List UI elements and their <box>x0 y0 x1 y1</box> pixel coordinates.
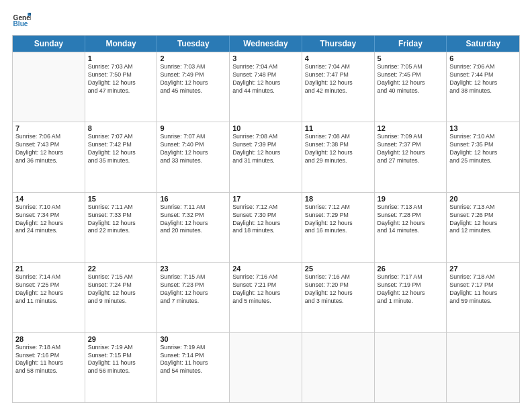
weekday-header-wednesday: Wednesday <box>230 36 302 52</box>
day-info: Sunrise: 7:08 AM Sunset: 7:38 PM Dayligh… <box>305 133 371 165</box>
day-number: 29 <box>88 335 154 343</box>
day-number: 6 <box>449 54 517 62</box>
calendar-day-20: 20Sunrise: 7:13 AM Sunset: 7:26 PM Dayli… <box>447 193 519 262</box>
day-info: Sunrise: 7:17 AM Sunset: 7:19 PM Dayligh… <box>378 273 444 306</box>
day-info: Sunrise: 7:07 AM Sunset: 7:40 PM Dayligh… <box>160 133 226 165</box>
calendar-day-3: 3Sunrise: 7:04 AM Sunset: 7:48 PM Daylig… <box>230 52 302 122</box>
weekday-header-friday: Friday <box>375 36 447 52</box>
day-number: 22 <box>88 265 154 273</box>
calendar-row-4: 21Sunrise: 7:14 AM Sunset: 7:25 PM Dayli… <box>13 262 519 332</box>
calendar-day-17: 17Sunrise: 7:12 AM Sunset: 7:30 PM Dayli… <box>230 193 302 262</box>
day-number: 27 <box>449 265 517 273</box>
calendar-day-4: 4Sunrise: 7:04 AM Sunset: 7:47 PM Daylig… <box>302 52 375 122</box>
day-info: Sunrise: 7:05 AM Sunset: 7:45 PM Dayligh… <box>378 63 444 95</box>
calendar-day-23: 23Sunrise: 7:15 AM Sunset: 7:23 PM Dayli… <box>157 263 230 332</box>
calendar-day-25: 25Sunrise: 7:16 AM Sunset: 7:20 PM Dayli… <box>302 263 375 332</box>
calendar-day-5: 5Sunrise: 7:05 AM Sunset: 7:45 PM Daylig… <box>375 52 447 122</box>
day-info: Sunrise: 7:15 AM Sunset: 7:23 PM Dayligh… <box>160 273 226 306</box>
calendar-day-19: 19Sunrise: 7:13 AM Sunset: 7:28 PM Dayli… <box>375 193 447 262</box>
day-info: Sunrise: 7:15 AM Sunset: 7:24 PM Dayligh… <box>88 273 154 306</box>
calendar-body: 1Sunrise: 7:03 AM Sunset: 7:50 PM Daylig… <box>13 52 519 402</box>
page-header: General Blue <box>12 11 520 30</box>
weekday-header-saturday: Saturday <box>447 36 519 52</box>
day-number: 11 <box>305 124 371 132</box>
calendar-row-2: 7Sunrise: 7:06 AM Sunset: 7:43 PM Daylig… <box>13 122 519 191</box>
day-info: Sunrise: 7:06 AM Sunset: 7:44 PM Dayligh… <box>449 63 517 95</box>
day-number: 15 <box>88 195 154 203</box>
day-number: 5 <box>378 54 444 62</box>
day-number: 24 <box>232 265 299 273</box>
day-info: Sunrise: 7:13 AM Sunset: 7:28 PM Dayligh… <box>378 203 444 236</box>
calendar-day-2: 2Sunrise: 7:03 AM Sunset: 7:49 PM Daylig… <box>157 52 230 122</box>
day-info: Sunrise: 7:16 AM Sunset: 7:20 PM Dayligh… <box>305 273 371 306</box>
day-info: Sunrise: 7:06 AM Sunset: 7:43 PM Dayligh… <box>15 133 82 165</box>
calendar-empty-cell <box>302 333 375 402</box>
day-number: 17 <box>232 195 299 203</box>
calendar-day-11: 11Sunrise: 7:08 AM Sunset: 7:38 PM Dayli… <box>302 122 375 191</box>
day-info: Sunrise: 7:19 AM Sunset: 7:15 PM Dayligh… <box>88 344 154 376</box>
calendar-day-21: 21Sunrise: 7:14 AM Sunset: 7:25 PM Dayli… <box>13 263 85 332</box>
calendar-day-29: 29Sunrise: 7:19 AM Sunset: 7:15 PM Dayli… <box>85 333 158 402</box>
calendar-header: SundayMondayTuesdayWednesdayThursdayFrid… <box>13 36 519 52</box>
day-info: Sunrise: 7:12 AM Sunset: 7:29 PM Dayligh… <box>305 203 371 236</box>
day-info: Sunrise: 7:13 AM Sunset: 7:26 PM Dayligh… <box>449 203 517 236</box>
day-number: 8 <box>88 124 154 132</box>
day-number: 16 <box>160 195 226 203</box>
calendar-day-1: 1Sunrise: 7:03 AM Sunset: 7:50 PM Daylig… <box>85 52 158 122</box>
calendar-row-5: 28Sunrise: 7:18 AM Sunset: 7:16 PM Dayli… <box>13 332 519 402</box>
calendar-row-1: 1Sunrise: 7:03 AM Sunset: 7:50 PM Daylig… <box>13 52 519 122</box>
day-number: 25 <box>305 265 371 273</box>
day-info: Sunrise: 7:11 AM Sunset: 7:33 PM Dayligh… <box>88 203 154 236</box>
calendar-day-14: 14Sunrise: 7:10 AM Sunset: 7:34 PM Dayli… <box>13 193 85 262</box>
logo: General Blue <box>12 11 32 30</box>
calendar: SundayMondayTuesdayWednesdayThursdayFrid… <box>12 35 520 403</box>
calendar-day-16: 16Sunrise: 7:11 AM Sunset: 7:32 PM Dayli… <box>157 193 230 262</box>
day-number: 7 <box>15 124 82 132</box>
weekday-header-thursday: Thursday <box>302 36 375 52</box>
logo-icon: General Blue <box>12 11 31 30</box>
calendar-day-8: 8Sunrise: 7:07 AM Sunset: 7:42 PM Daylig… <box>85 122 158 191</box>
calendar-day-26: 26Sunrise: 7:17 AM Sunset: 7:19 PM Dayli… <box>375 263 447 332</box>
day-info: Sunrise: 7:18 AM Sunset: 7:17 PM Dayligh… <box>449 273 517 306</box>
day-number: 10 <box>232 124 299 132</box>
day-info: Sunrise: 7:11 AM Sunset: 7:32 PM Dayligh… <box>160 203 226 236</box>
weekday-header-tuesday: Tuesday <box>157 36 230 52</box>
day-number: 12 <box>378 124 444 132</box>
day-number: 19 <box>378 195 444 203</box>
day-number: 13 <box>449 124 517 132</box>
day-info: Sunrise: 7:10 AM Sunset: 7:35 PM Dayligh… <box>449 133 517 165</box>
day-info: Sunrise: 7:16 AM Sunset: 7:21 PM Dayligh… <box>232 273 299 306</box>
calendar-day-15: 15Sunrise: 7:11 AM Sunset: 7:33 PM Dayli… <box>85 193 158 262</box>
calendar-day-9: 9Sunrise: 7:07 AM Sunset: 7:40 PM Daylig… <box>157 122 230 191</box>
calendar-day-6: 6Sunrise: 7:06 AM Sunset: 7:44 PM Daylig… <box>447 52 519 122</box>
calendar-empty-cell <box>13 52 85 122</box>
calendar-day-27: 27Sunrise: 7:18 AM Sunset: 7:17 PM Dayli… <box>447 263 519 332</box>
calendar-day-10: 10Sunrise: 7:08 AM Sunset: 7:39 PM Dayli… <box>230 122 302 191</box>
day-number: 1 <box>88 54 154 62</box>
day-info: Sunrise: 7:14 AM Sunset: 7:25 PM Dayligh… <box>15 273 82 306</box>
day-info: Sunrise: 7:04 AM Sunset: 7:47 PM Dayligh… <box>305 63 371 95</box>
weekday-header-sunday: Sunday <box>13 36 85 52</box>
calendar-empty-cell <box>230 333 302 402</box>
day-number: 28 <box>15 335 82 343</box>
day-info: Sunrise: 7:19 AM Sunset: 7:14 PM Dayligh… <box>160 344 226 376</box>
calendar-row-3: 14Sunrise: 7:10 AM Sunset: 7:34 PM Dayli… <box>13 192 519 262</box>
calendar-empty-cell <box>447 333 519 402</box>
day-info: Sunrise: 7:10 AM Sunset: 7:34 PM Dayligh… <box>15 203 82 236</box>
calendar-day-18: 18Sunrise: 7:12 AM Sunset: 7:29 PM Dayli… <box>302 193 375 262</box>
day-info: Sunrise: 7:08 AM Sunset: 7:39 PM Dayligh… <box>232 133 299 165</box>
day-number: 2 <box>160 54 226 62</box>
day-info: Sunrise: 7:04 AM Sunset: 7:48 PM Dayligh… <box>232 63 299 95</box>
day-number: 26 <box>378 265 444 273</box>
day-info: Sunrise: 7:03 AM Sunset: 7:50 PM Dayligh… <box>88 63 154 95</box>
day-number: 18 <box>305 195 371 203</box>
day-number: 30 <box>160 335 226 343</box>
day-info: Sunrise: 7:12 AM Sunset: 7:30 PM Dayligh… <box>232 203 299 236</box>
weekday-header-monday: Monday <box>85 36 158 52</box>
calendar-day-30: 30Sunrise: 7:19 AM Sunset: 7:14 PM Dayli… <box>157 333 230 402</box>
day-number: 20 <box>449 195 517 203</box>
day-number: 21 <box>15 265 82 273</box>
calendar-day-22: 22Sunrise: 7:15 AM Sunset: 7:24 PM Dayli… <box>85 263 158 332</box>
calendar-day-24: 24Sunrise: 7:16 AM Sunset: 7:21 PM Dayli… <box>230 263 302 332</box>
day-info: Sunrise: 7:03 AM Sunset: 7:49 PM Dayligh… <box>160 63 226 95</box>
